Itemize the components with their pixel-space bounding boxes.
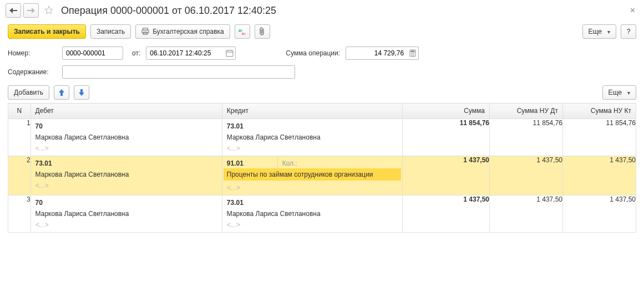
printer-icon bbox=[141, 28, 149, 35]
main-toolbar: Записать и закрыть Записать Бухгалтерска… bbox=[0, 21, 644, 44]
col-n[interactable]: N bbox=[8, 104, 31, 119]
svg-point-12 bbox=[412, 55, 413, 56]
cell-nu_kt[interactable]: 1 437,50 bbox=[562, 156, 636, 195]
svg-rect-7 bbox=[411, 51, 415, 53]
table-header-row: N Дебет Кредит Сумма Сумма НУ Дт Сумма Н… bbox=[8, 104, 636, 119]
calendar-icon[interactable] bbox=[224, 49, 235, 57]
debit-account: 70 bbox=[36, 122, 217, 130]
cell-nu_dt[interactable]: 1 437,50 bbox=[490, 195, 563, 233]
arrow-down-icon bbox=[78, 89, 85, 96]
cell-nu_kt[interactable]: 1 437,50 bbox=[562, 195, 636, 233]
debit-account: 70 bbox=[36, 199, 217, 207]
debit-cell[interactable]: 70Маркова Лариса Светлановна<...> bbox=[31, 119, 222, 156]
debit-placeholder: <...> bbox=[36, 182, 217, 189]
row-number: 1 bbox=[8, 119, 31, 156]
credit-cell[interactable]: 73.01Маркова Лариса Светлановна<...> bbox=[222, 119, 402, 156]
col-sum[interactable]: Сумма bbox=[402, 104, 489, 119]
close-button[interactable]: × bbox=[627, 4, 638, 17]
credit-account: 91.01 bbox=[222, 156, 278, 171]
debit-placeholder: <...> bbox=[36, 221, 217, 229]
svg-point-8 bbox=[411, 53, 412, 54]
arrow-right-icon bbox=[27, 8, 35, 13]
svg-point-11 bbox=[411, 55, 412, 56]
grid-toolbar: Добавить Еще bbox=[0, 82, 644, 103]
accounting-reference-button[interactable]: Бухгалтерская справка bbox=[135, 24, 230, 39]
form-row-header: Номер: от: Сумма операции: bbox=[0, 44, 644, 63]
number-input[interactable] bbox=[62, 47, 123, 60]
col-nu-kt[interactable]: Сумма НУ Кт bbox=[562, 104, 636, 119]
debit-placeholder: <...> bbox=[36, 145, 217, 152]
debit-account: 73.01 bbox=[36, 159, 217, 167]
content-label: Содержание: bbox=[8, 68, 57, 76]
credit-subconto: Маркова Лариса Светлановна bbox=[227, 133, 398, 141]
page-title: Операция 0000-000001 от 06.10.2017 12:40… bbox=[61, 5, 276, 17]
nav-forward-button[interactable] bbox=[23, 3, 39, 18]
credit-placeholder: <...> bbox=[227, 145, 398, 152]
cell-nu_dt[interactable]: 1 437,50 bbox=[490, 156, 563, 195]
move-up-button[interactable] bbox=[54, 85, 69, 100]
content-input[interactable] bbox=[62, 65, 295, 79]
credit-subconto: Маркова Лариса Светлановна bbox=[227, 210, 398, 218]
cell-sum[interactable]: 1 437,50 bbox=[402, 195, 489, 233]
svg-point-13 bbox=[413, 55, 414, 56]
help-button[interactable]: ? bbox=[621, 24, 636, 39]
col-credit[interactable]: Кредит bbox=[222, 104, 402, 119]
debit-subconto: Маркова Лариса Светлановна bbox=[36, 210, 217, 218]
svg-rect-5 bbox=[226, 50, 233, 56]
date-input-wrap bbox=[146, 47, 236, 60]
svg-point-9 bbox=[412, 53, 413, 54]
accounting-reference-label: Бухгалтерская справка bbox=[153, 28, 224, 35]
svg-rect-1 bbox=[142, 30, 149, 33]
svg-point-10 bbox=[413, 53, 414, 54]
debit-subconto: Маркова Лариса Светлановна bbox=[36, 133, 217, 141]
credit-placeholder: <...> bbox=[227, 221, 398, 229]
title-bar: Операция 0000-000001 от 06.10.2017 12:40… bbox=[0, 0, 644, 21]
credit-cell[interactable]: 91.01Кол.:Проценты по займам сотрудников… bbox=[222, 156, 402, 195]
date-input[interactable] bbox=[146, 47, 224, 59]
from-label: от: bbox=[132, 49, 140, 57]
form-row-content: Содержание: bbox=[0, 63, 644, 82]
credit-placeholder: <...> bbox=[227, 184, 398, 192]
credit-subconto: Проценты по займам сотрудников организац… bbox=[224, 168, 401, 181]
postings-table: N Дебет Кредит Сумма Сумма НУ Дт Сумма Н… bbox=[8, 103, 636, 233]
sum-input[interactable] bbox=[346, 47, 407, 59]
table-row[interactable]: 370Маркова Лариса Светлановна<...>73.01М… bbox=[8, 195, 636, 233]
move-down-button[interactable] bbox=[74, 85, 89, 100]
debit-subconto: Маркова Лариса Светлановна bbox=[36, 171, 217, 178]
table-row[interactable]: 170Маркова Лариса Светлановна<...>73.01М… bbox=[8, 119, 636, 156]
cell-nu_kt[interactable]: 11 854,76 bbox=[562, 119, 636, 156]
svg-text:Кт: Кт bbox=[242, 32, 246, 35]
add-row-button[interactable]: Добавить bbox=[8, 85, 49, 100]
number-label: Номер: bbox=[8, 49, 57, 57]
save-and-close-button[interactable]: Записать и закрыть bbox=[8, 24, 86, 39]
save-button[interactable]: Записать bbox=[90, 24, 131, 39]
debit-cell[interactable]: 70Маркова Лариса Светлановна<...> bbox=[31, 195, 222, 233]
cell-nu_dt[interactable]: 11 854,76 bbox=[490, 119, 563, 156]
arrow-up-icon bbox=[58, 89, 65, 96]
sum-label: Сумма операции: bbox=[286, 49, 340, 57]
quantity-label: Кол.: bbox=[278, 156, 302, 171]
favorite-star-icon[interactable] bbox=[43, 5, 54, 16]
calculator-icon[interactable] bbox=[407, 49, 418, 57]
attachment-button[interactable] bbox=[255, 24, 270, 39]
credit-cell[interactable]: 73.01Маркова Лариса Светлановна<...> bbox=[222, 195, 402, 233]
col-nu-dt[interactable]: Сумма НУ Дт bbox=[490, 104, 563, 119]
table-row[interactable]: 273.01Маркова Лариса Светлановна<...>91.… bbox=[8, 156, 636, 195]
arrow-left-icon bbox=[9, 8, 17, 13]
row-number: 2 bbox=[8, 156, 31, 195]
grid-more-button[interactable]: Еще bbox=[602, 85, 636, 100]
cell-sum[interactable]: 11 854,76 bbox=[402, 119, 489, 156]
dt-kt-icon: Дт Кт bbox=[238, 28, 247, 35]
credit-account: 73.01 bbox=[227, 199, 398, 207]
col-debit[interactable]: Дебет bbox=[31, 104, 222, 119]
row-number: 3 bbox=[8, 195, 31, 233]
more-button[interactable]: Еще bbox=[582, 24, 616, 39]
paperclip-icon bbox=[260, 27, 265, 36]
dt-kt-button[interactable]: Дт Кт bbox=[235, 24, 250, 39]
sum-input-wrap bbox=[346, 47, 419, 60]
credit-account: 73.01 bbox=[227, 122, 398, 130]
cell-sum[interactable]: 1 437,50 bbox=[402, 156, 489, 195]
debit-cell[interactable]: 73.01Маркова Лариса Светлановна<...> bbox=[31, 156, 222, 195]
nav-back-button[interactable] bbox=[6, 3, 21, 18]
